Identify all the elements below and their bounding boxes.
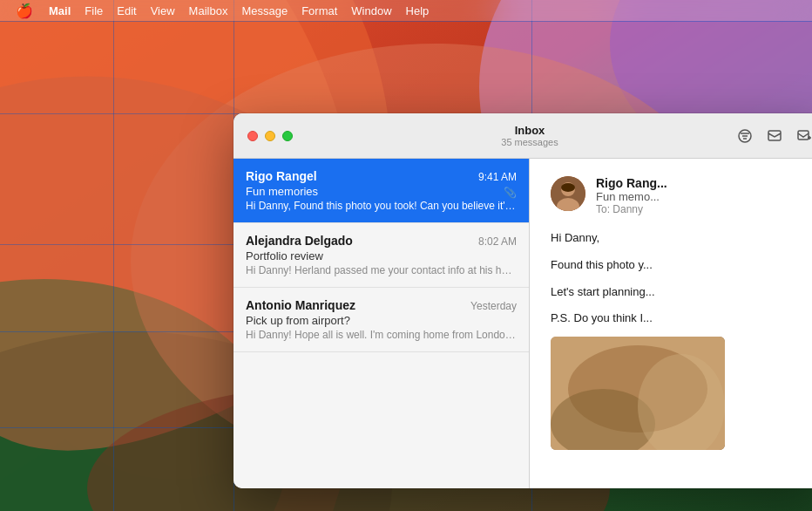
apple-menu[interactable]: 🍎 bbox=[7, 0, 42, 21]
message-time: 8:02 AM bbox=[478, 235, 517, 248]
window-title-area: Inbox 35 messages bbox=[501, 124, 558, 147]
message-item-antonio[interactable]: Antonio Manriquez Yesterday Pick up from… bbox=[233, 288, 529, 352]
new-message-icon[interactable] bbox=[796, 128, 812, 144]
message-sender: Alejandra Delgado bbox=[246, 234, 353, 248]
reading-header: Rigo Rang... Fun memo... To: Danny bbox=[551, 176, 805, 215]
view-menu[interactable]: View bbox=[144, 0, 182, 21]
file-menu[interactable]: File bbox=[78, 0, 110, 21]
window-title: Inbox bbox=[501, 124, 558, 137]
message-preview: Hi Danny! Herland passed me your contact… bbox=[246, 264, 517, 276]
body-line-2: Found this photo y... bbox=[551, 256, 805, 275]
window-titlebar: Inbox 35 messages bbox=[233, 113, 812, 159]
compose-icon[interactable] bbox=[767, 128, 782, 144]
svg-rect-13 bbox=[768, 131, 781, 140]
message-list[interactable]: Rigo Rangel 9:41 AM Fun memories Hi Dann… bbox=[233, 159, 530, 488]
toolbar-icons bbox=[737, 128, 812, 144]
photo-attachment bbox=[551, 337, 725, 450]
window-subtitle: 35 messages bbox=[501, 137, 558, 147]
maximize-button[interactable] bbox=[282, 131, 293, 141]
message-time: Yesterday bbox=[470, 300, 517, 312]
message-item-header: Antonio Manriquez Yesterday bbox=[246, 298, 517, 312]
attachment-icon: 📎 bbox=[504, 187, 517, 199]
filter-icon[interactable] bbox=[737, 128, 753, 144]
body-line-3: Let's start planning... bbox=[551, 283, 805, 302]
mail-window: Inbox 35 messages bbox=[233, 113, 812, 488]
message-preview: Hi Danny! Hope all is well. I'm coming h… bbox=[246, 329, 517, 341]
close-button[interactable] bbox=[247, 131, 258, 141]
svg-point-20 bbox=[561, 183, 575, 192]
reading-to: To: Danny bbox=[596, 203, 805, 215]
message-sender: Rigo Rangel bbox=[246, 169, 317, 183]
message-item-header: Alejandra Delgado 8:02 AM bbox=[246, 234, 517, 248]
menubar: 🍎 Mail File Edit View Mailbox Message Fo… bbox=[0, 0, 812, 21]
body-line-4: P.S. Do you think I... bbox=[551, 310, 805, 328]
mail-menu[interactable]: Mail bbox=[42, 0, 78, 21]
message-subject: Fun memories bbox=[246, 185, 517, 198]
message-sender: Antonio Manriquez bbox=[246, 298, 355, 312]
window-menu[interactable]: Window bbox=[344, 0, 398, 21]
message-subject: Pick up from airport? bbox=[246, 314, 517, 327]
message-item-rigo[interactable]: Rigo Rangel 9:41 AM Fun memories Hi Dann… bbox=[233, 159, 529, 223]
window-content: Rigo Rangel 9:41 AM Fun memories Hi Dann… bbox=[233, 159, 812, 488]
message-item-header: Rigo Rangel 9:41 AM bbox=[246, 169, 517, 183]
body-line-1: Hi Danny, bbox=[551, 229, 805, 248]
message-preview: Hi Danny, Found this photo you took! Can… bbox=[246, 200, 517, 212]
avatar bbox=[551, 176, 585, 211]
reading-sender: Rigo Rang... bbox=[596, 176, 805, 190]
reading-meta: Rigo Rang... Fun memo... To: Danny bbox=[596, 176, 805, 215]
reading-body: Hi Danny, Found this photo y... Let's st… bbox=[551, 229, 805, 450]
message-subject: Portfolio review bbox=[246, 249, 517, 262]
format-menu[interactable]: Format bbox=[294, 0, 344, 21]
minimize-button[interactable] bbox=[265, 131, 275, 141]
edit-menu[interactable]: Edit bbox=[110, 0, 143, 21]
message-menu[interactable]: Message bbox=[234, 0, 294, 21]
traffic-lights bbox=[247, 131, 293, 141]
reading-subject-line: Fun memo... bbox=[596, 190, 805, 203]
help-menu[interactable]: Help bbox=[399, 0, 436, 21]
message-item-alejandra[interactable]: Alejandra Delgado 8:02 AM Portfolio revi… bbox=[233, 223, 529, 288]
message-time: 9:41 AM bbox=[478, 171, 517, 183]
mailbox-menu[interactable]: Mailbox bbox=[182, 0, 235, 21]
reading-pane: Rigo Rang... Fun memo... To: Danny Hi Da… bbox=[530, 159, 812, 488]
